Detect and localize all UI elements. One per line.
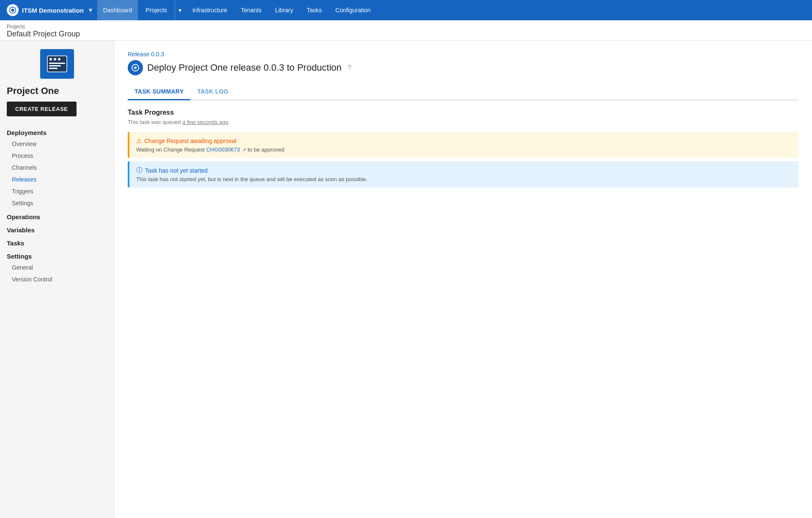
sidebar-logo: [0, 49, 114, 79]
tab-task-summary[interactable]: TASK SUMMARY: [128, 84, 190, 100]
nav-item-dashboard[interactable]: Dashboard: [97, 0, 138, 20]
nav-item-tasks[interactable]: Tasks: [301, 0, 328, 20]
tab-task-log[interactable]: TASK LOG: [190, 84, 235, 100]
warning-icon: ⚠: [136, 137, 142, 145]
brand-dropdown-arrow: ▾: [89, 6, 92, 14]
sidebar-project-name: Project One: [0, 85, 114, 102]
svg-point-4: [49, 58, 52, 61]
sidebar-link-deployments-settings[interactable]: Settings: [0, 197, 114, 209]
alert-warning-body: Waiting on Change Request CHG0030673 ↗ t…: [136, 146, 792, 153]
layout: Project One CREATE RELEASE Deployments O…: [0, 41, 812, 518]
task-title: Deploy Project One release 0.0.3 to Prod…: [147, 62, 342, 73]
sidebar-link-channels[interactable]: Channels: [0, 162, 114, 174]
svg-point-5: [54, 58, 56, 61]
sidebar-section-deployments: Deployments: [0, 125, 114, 138]
alert-change-request: ⚠ Change Request awaiting approval Waiti…: [128, 132, 798, 158]
sidebar-logo-box: [40, 49, 74, 79]
alert-warning-title: ⚠ Change Request awaiting approval: [136, 137, 792, 145]
sidebar-link-general[interactable]: General: [0, 262, 114, 273]
sidebar-link-releases[interactable]: Releases: [0, 174, 114, 185]
sidebar-section-tasks: Tasks: [0, 235, 114, 248]
task-header: Deploy Project One release 0.0.3 to Prod…: [128, 60, 798, 75]
nav-brand[interactable]: ITSM Demonstration ▾: [7, 4, 92, 16]
svg-rect-8: [49, 65, 61, 66]
nav-item-projects[interactable]: Projects: [140, 0, 173, 20]
top-nav: ITSM Demonstration ▾ Dashboard Projects …: [0, 0, 812, 20]
tabs: TASK SUMMARY TASK LOG: [128, 84, 798, 100]
breadcrumb-parent: Projects: [7, 24, 805, 30]
sidebar-link-overview[interactable]: Overview: [0, 138, 114, 150]
sidebar-section-variables: Variables: [0, 222, 114, 235]
nav-item-library[interactable]: Library: [269, 0, 299, 20]
svg-point-11: [134, 66, 137, 69]
task-queued-text: This task was queued a few seconds ago.: [128, 119, 798, 125]
brand-label: ITSM Demonstration: [22, 7, 84, 14]
nav-projects-dropdown[interactable]: ▾: [175, 0, 185, 20]
nav-item-infrastructure[interactable]: Infrastructure: [187, 0, 233, 20]
svg-point-2: [11, 8, 14, 11]
sidebar-section-settings: Settings: [0, 248, 114, 262]
info-icon: ⓘ: [136, 166, 143, 174]
create-release-button[interactable]: CREATE RELEASE: [7, 102, 77, 116]
sidebar: Project One CREATE RELEASE Deployments O…: [0, 41, 114, 518]
alert-info-body: This task has not started yet, but is ne…: [136, 176, 792, 182]
main-content: Release 0.0.3 Deploy Project One release…: [114, 41, 812, 518]
sidebar-link-triggers[interactable]: Triggers: [0, 185, 114, 197]
brand-icon: [7, 4, 19, 16]
sidebar-link-version-control[interactable]: Version Control: [0, 273, 114, 285]
task-status-icon: [128, 60, 143, 75]
change-request-link[interactable]: CHG0030673 ↗: [206, 146, 248, 153]
nav-item-tenants[interactable]: Tenants: [235, 0, 267, 20]
alert-info-title: ⓘ Task has not yet started: [136, 166, 792, 174]
svg-point-6: [58, 58, 60, 61]
external-link-icon: ↗: [242, 147, 246, 152]
task-progress-title: Task Progress: [128, 109, 798, 116]
svg-rect-7: [49, 63, 65, 64]
sidebar-section-operations: Operations: [0, 209, 114, 222]
task-queued-link[interactable]: a few seconds ago: [182, 119, 228, 125]
breadcrumb-area: Projects Default Project Group: [0, 20, 812, 41]
alert-task-not-started: ⓘ Task has not yet started This task has…: [128, 161, 798, 187]
nav-item-configuration[interactable]: Configuration: [329, 0, 376, 20]
release-breadcrumb[interactable]: Release 0.0.3: [128, 51, 798, 58]
help-icon[interactable]: ?: [348, 64, 351, 72]
svg-rect-9: [49, 68, 58, 69]
page-title: Default Project Group: [7, 30, 805, 39]
sidebar-link-process[interactable]: Process: [0, 150, 114, 162]
